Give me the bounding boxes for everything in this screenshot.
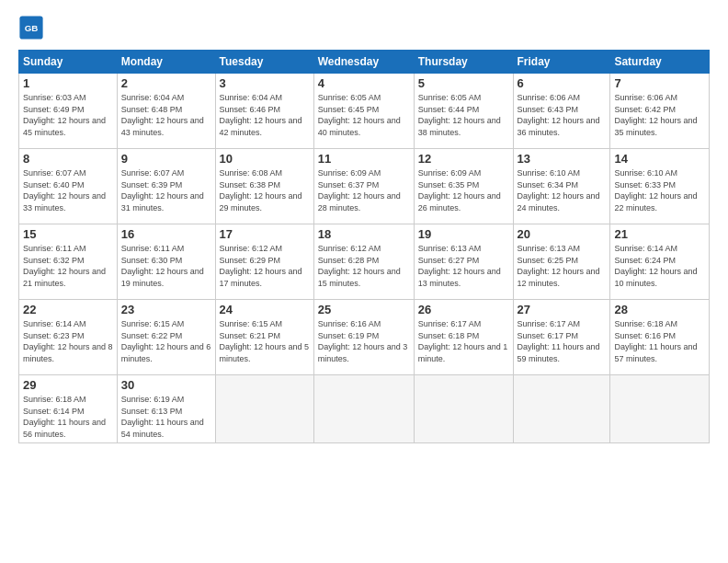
calendar-row-3: 15 Sunrise: 6:11 AMSunset: 6:32 PMDaylig…	[19, 224, 710, 300]
day-number: 1	[23, 76, 113, 90]
calendar-page: GB Sunday Monday Tuesday Wednesday Thurs…	[0, 0, 728, 563]
calendar-cell: 5 Sunrise: 6:05 AMSunset: 6:44 PMDayligh…	[414, 74, 513, 149]
day-number: 11	[318, 152, 410, 166]
calendar-cell: 9 Sunrise: 6:07 AMSunset: 6:39 PMDayligh…	[117, 149, 215, 224]
calendar-cell	[215, 375, 313, 443]
svg-text:GB: GB	[25, 23, 39, 33]
calendar-cell: 8 Sunrise: 6:07 AMSunset: 6:40 PMDayligh…	[19, 149, 118, 224]
day-info: Sunrise: 6:17 AMSunset: 6:18 PMDaylight:…	[418, 318, 509, 364]
day-info: Sunrise: 6:11 AMSunset: 6:32 PMDaylight:…	[23, 243, 113, 289]
day-number: 13	[518, 152, 607, 166]
day-info: Sunrise: 6:07 AMSunset: 6:39 PMDaylight:…	[121, 167, 211, 213]
day-number: 8	[23, 152, 113, 166]
day-number: 6	[518, 76, 607, 90]
day-number: 30	[121, 378, 211, 392]
calendar-cell: 17 Sunrise: 6:12 AMSunset: 6:29 PMDaylig…	[215, 224, 313, 300]
calendar-cell: 21 Sunrise: 6:14 AMSunset: 6:24 PMDaylig…	[610, 224, 710, 300]
day-info: Sunrise: 6:13 AMSunset: 6:25 PMDaylight:…	[518, 243, 607, 289]
day-number: 28	[614, 303, 705, 316]
day-info: Sunrise: 6:09 AMSunset: 6:37 PMDaylight:…	[318, 167, 410, 213]
day-number: 23	[121, 303, 211, 316]
col-thursday: Thursday	[414, 51, 513, 74]
calendar-cell: 13 Sunrise: 6:10 AMSunset: 6:34 PMDaylig…	[513, 149, 610, 224]
calendar-cell: 16 Sunrise: 6:11 AMSunset: 6:30 PMDaylig…	[117, 224, 215, 300]
day-info: Sunrise: 6:08 AMSunset: 6:38 PMDaylight:…	[220, 167, 310, 213]
day-number: 5	[418, 76, 509, 90]
calendar-row-5: 29 Sunrise: 6:18 AMSunset: 6:14 PMDaylig…	[19, 375, 710, 443]
day-info: Sunrise: 6:04 AMSunset: 6:46 PMDaylight:…	[220, 92, 310, 138]
day-info: Sunrise: 6:04 AMSunset: 6:48 PMDaylight:…	[121, 92, 211, 138]
day-info: Sunrise: 6:15 AMSunset: 6:22 PMDaylight:…	[121, 318, 211, 364]
calendar-cell: 14 Sunrise: 6:10 AMSunset: 6:33 PMDaylig…	[610, 149, 710, 224]
day-info: Sunrise: 6:09 AMSunset: 6:35 PMDaylight:…	[418, 167, 509, 213]
day-number: 29	[23, 378, 113, 392]
day-info: Sunrise: 6:13 AMSunset: 6:27 PMDaylight:…	[418, 243, 509, 289]
day-info: Sunrise: 6:12 AMSunset: 6:29 PMDaylight:…	[220, 243, 310, 289]
calendar-row-1: 1 Sunrise: 6:03 AMSunset: 6:49 PMDayligh…	[19, 74, 710, 149]
calendar-cell: 1 Sunrise: 6:03 AMSunset: 6:49 PMDayligh…	[19, 74, 118, 149]
day-info: Sunrise: 6:10 AMSunset: 6:34 PMDaylight:…	[518, 167, 607, 213]
col-sunday: Sunday	[19, 51, 118, 74]
calendar-cell: 6 Sunrise: 6:06 AMSunset: 6:43 PMDayligh…	[513, 74, 610, 149]
day-number: 25	[318, 303, 410, 316]
calendar-row-4: 22 Sunrise: 6:14 AMSunset: 6:23 PMDaylig…	[19, 300, 710, 375]
calendar-cell: 12 Sunrise: 6:09 AMSunset: 6:35 PMDaylig…	[414, 149, 513, 224]
calendar-cell: 3 Sunrise: 6:04 AMSunset: 6:46 PMDayligh…	[215, 74, 313, 149]
day-info: Sunrise: 6:12 AMSunset: 6:28 PMDaylight:…	[318, 243, 410, 289]
day-info: Sunrise: 6:06 AMSunset: 6:42 PMDaylight:…	[614, 92, 705, 138]
calendar-cell: 20 Sunrise: 6:13 AMSunset: 6:25 PMDaylig…	[513, 224, 610, 300]
col-saturday: Saturday	[610, 51, 710, 74]
calendar-cell: 26 Sunrise: 6:17 AMSunset: 6:18 PMDaylig…	[414, 300, 513, 375]
calendar-cell: 18 Sunrise: 6:12 AMSunset: 6:28 PMDaylig…	[313, 224, 414, 300]
calendar-cell: 4 Sunrise: 6:05 AMSunset: 6:45 PMDayligh…	[313, 74, 414, 149]
calendar-row-2: 8 Sunrise: 6:07 AMSunset: 6:40 PMDayligh…	[19, 149, 710, 224]
day-info: Sunrise: 6:15 AMSunset: 6:21 PMDaylight:…	[220, 318, 310, 364]
day-info: Sunrise: 6:14 AMSunset: 6:23 PMDaylight:…	[23, 318, 113, 364]
day-info: Sunrise: 6:17 AMSunset: 6:17 PMDaylight:…	[518, 318, 607, 364]
day-info: Sunrise: 6:18 AMSunset: 6:14 PMDaylight:…	[23, 394, 113, 440]
calendar-cell	[414, 375, 513, 443]
calendar-cell: 24 Sunrise: 6:15 AMSunset: 6:21 PMDaylig…	[215, 300, 313, 375]
day-number: 15	[23, 227, 113, 241]
header: GB	[18, 15, 710, 40]
day-info: Sunrise: 6:05 AMSunset: 6:44 PMDaylight:…	[418, 92, 509, 138]
day-number: 12	[418, 152, 509, 166]
day-number: 17	[220, 227, 310, 241]
day-number: 26	[418, 303, 509, 316]
day-number: 18	[318, 227, 410, 241]
calendar-cell: 22 Sunrise: 6:14 AMSunset: 6:23 PMDaylig…	[19, 300, 118, 375]
calendar-cell: 25 Sunrise: 6:16 AMSunset: 6:19 PMDaylig…	[313, 300, 414, 375]
day-number: 3	[220, 76, 310, 90]
day-info: Sunrise: 6:05 AMSunset: 6:45 PMDaylight:…	[318, 92, 410, 138]
day-number: 10	[220, 152, 310, 166]
calendar-cell: 28 Sunrise: 6:18 AMSunset: 6:16 PMDaylig…	[610, 300, 710, 375]
day-info: Sunrise: 6:10 AMSunset: 6:33 PMDaylight:…	[614, 167, 705, 213]
day-number: 7	[614, 76, 705, 90]
header-row: Sunday Monday Tuesday Wednesday Thursday…	[19, 51, 710, 74]
day-info: Sunrise: 6:07 AMSunset: 6:40 PMDaylight:…	[23, 167, 113, 213]
day-number: 22	[23, 303, 113, 316]
calendar-table: Sunday Monday Tuesday Wednesday Thursday…	[18, 50, 710, 443]
calendar-cell: 29 Sunrise: 6:18 AMSunset: 6:14 PMDaylig…	[19, 375, 118, 443]
day-number: 20	[518, 227, 607, 241]
logo: GB	[18, 15, 48, 40]
day-number: 9	[121, 152, 211, 166]
calendar-cell	[313, 375, 414, 443]
day-info: Sunrise: 6:16 AMSunset: 6:19 PMDaylight:…	[318, 318, 410, 364]
calendar-cell: 23 Sunrise: 6:15 AMSunset: 6:22 PMDaylig…	[117, 300, 215, 375]
calendar-cell	[513, 375, 610, 443]
day-info: Sunrise: 6:18 AMSunset: 6:16 PMDaylight:…	[614, 318, 705, 364]
day-number: 27	[518, 303, 607, 316]
calendar-cell	[610, 375, 710, 443]
calendar-cell: 27 Sunrise: 6:17 AMSunset: 6:17 PMDaylig…	[513, 300, 610, 375]
col-wednesday: Wednesday	[313, 51, 414, 74]
day-info: Sunrise: 6:19 AMSunset: 6:13 PMDaylight:…	[121, 394, 211, 440]
day-number: 4	[318, 76, 410, 90]
day-number: 24	[220, 303, 310, 316]
calendar-cell: 10 Sunrise: 6:08 AMSunset: 6:38 PMDaylig…	[215, 149, 313, 224]
calendar-cell: 7 Sunrise: 6:06 AMSunset: 6:42 PMDayligh…	[610, 74, 710, 149]
calendar-cell: 2 Sunrise: 6:04 AMSunset: 6:48 PMDayligh…	[117, 74, 215, 149]
calendar-cell: 15 Sunrise: 6:11 AMSunset: 6:32 PMDaylig…	[19, 224, 118, 300]
col-tuesday: Tuesday	[215, 51, 313, 74]
day-number: 2	[121, 76, 211, 90]
